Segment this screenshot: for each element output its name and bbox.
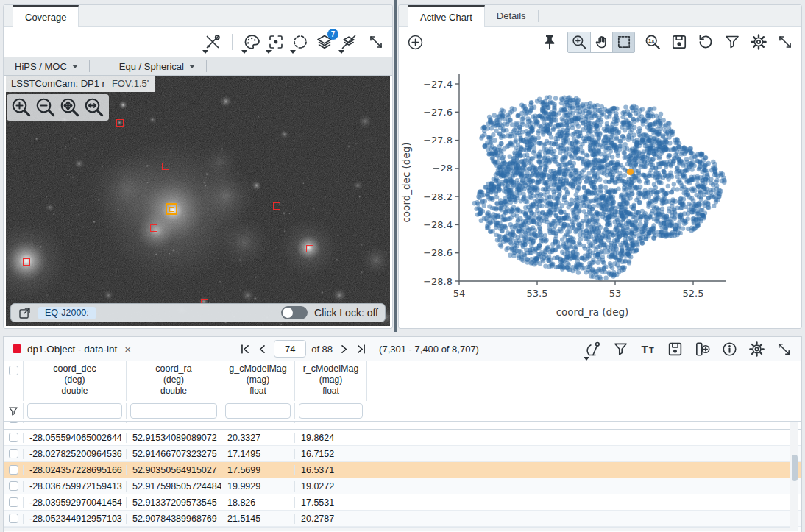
- svg-text:54: 54: [453, 288, 466, 299]
- expand-chart-icon[interactable]: [776, 33, 794, 51]
- filter-table-icon[interactable]: [612, 341, 629, 358]
- panel-resize-divider[interactable]: [394, 0, 397, 332]
- select-mode-icon[interactable]: [612, 32, 634, 52]
- table-row[interactable]: -28.03959297004145452.9133720957354518.8…: [4, 494, 801, 511]
- table-tab-bar: dp1.Object - data-int × of 88 (7,301 - 7…: [4, 337, 801, 361]
- source-marker[interactable]: [116, 119, 124, 127]
- region-select-icon[interactable]: [291, 33, 309, 51]
- table-cell: 16.7152: [294, 449, 366, 459]
- table-tab[interactable]: dp1.Object - data-int ×: [13, 343, 132, 355]
- table-row[interactable]: -28.05559406500264452.9153408908907220.3…: [4, 430, 801, 446]
- add-chart-icon[interactable]: [406, 33, 425, 52]
- first-page-icon[interactable]: [238, 343, 251, 355]
- table-settings-icon[interactable]: [748, 341, 765, 358]
- expand-table-icon[interactable]: [776, 341, 792, 358]
- row-checkbox[interactable]: [9, 497, 18, 507]
- pan-mode-icon[interactable]: [590, 32, 612, 52]
- zoom-out-icon[interactable]: [35, 96, 57, 118]
- row-checkbox[interactable]: [9, 481, 18, 491]
- add-column-icon[interactable]: [694, 341, 711, 358]
- table-header: coord_dec(deg)double coord_ra(deg)double…: [4, 361, 801, 401]
- restore-chart-icon[interactable]: [697, 33, 714, 51]
- zoom-in-icon[interactable]: [10, 96, 32, 118]
- filter-icon: [7, 405, 19, 417]
- zoom-mode-icon[interactable]: [568, 32, 590, 52]
- recenter-icon[interactable]: [267, 33, 285, 51]
- table-row[interactable]: -28.03675997215941352.91759850572448419.…: [4, 478, 801, 494]
- source-marker[interactable]: [306, 245, 313, 252]
- chart-panel: Active Chart Details −27.4−27.6−27.8−28−…: [398, 4, 802, 329]
- tools-icon[interactable]: [204, 33, 221, 51]
- row-checkbox[interactable]: [9, 422, 18, 423]
- column-header-r_cModelMag[interactable]: r_cModelMag(mag)float: [294, 361, 366, 401]
- table-cell: -28.036759972159413: [23, 481, 126, 492]
- tab-active-chart[interactable]: Active Chart: [408, 5, 485, 27]
- filter-input-coord_dec[interactable]: [27, 403, 122, 419]
- svg-text:53.5: 53.5: [527, 288, 548, 299]
- source-marker[interactable]: [23, 258, 30, 266]
- table-row[interactable]: -28.05234491295710352.9078438996876921.5…: [4, 511, 801, 527]
- coverage-toolbar: 7: [4, 27, 392, 57]
- svg-text:52.5: 52.5: [683, 288, 704, 299]
- click-lock-toggle[interactable]: [281, 306, 308, 319]
- tab-details[interactable]: Details: [485, 5, 538, 26]
- table-cell: 52.91337209573545: [126, 497, 221, 508]
- hips-moc-dropdown[interactable]: HiPS / MOC: [4, 61, 89, 72]
- svg-text:−27.4: −27.4: [423, 79, 453, 90]
- prev-page-icon[interactable]: [256, 343, 269, 355]
- scrollbar-thumb[interactable]: [792, 455, 798, 481]
- selected-source-marker[interactable]: [166, 203, 177, 215]
- table-row[interactable]: -28.05048289113203552.94205331981639920.…: [4, 422, 801, 430]
- source-marker[interactable]: [150, 224, 157, 232]
- coord-system-dropdown[interactable]: Equ / Spherical: [90, 61, 206, 72]
- filter-input-coord_ra[interactable]: [130, 403, 217, 419]
- table-options-icon[interactable]: [585, 341, 602, 358]
- svg-text:53: 53: [609, 288, 622, 299]
- layers-hide-icon[interactable]: [340, 33, 358, 51]
- coverage-tabbar: Coverage: [4, 5, 392, 27]
- text-view-icon[interactable]: [639, 341, 656, 358]
- save-chart-icon[interactable]: [670, 33, 688, 51]
- row-checkbox[interactable]: [9, 514, 18, 523]
- chevron-down-icon: [189, 65, 195, 68]
- table-cell: 16.5371: [294, 465, 366, 475]
- table-cell: 52.91534089089072: [126, 433, 221, 443]
- column-header-coord_ra[interactable]: coord_ra(deg)double: [126, 361, 221, 401]
- tab-coverage[interactable]: Coverage: [13, 5, 79, 27]
- scatter-chart[interactable]: −27.4−27.6−27.8−28−28.2−28.4−28.6−28.854…: [399, 57, 801, 328]
- column-header-g_cModelMag[interactable]: g_cModelMag(mag)float: [221, 361, 294, 401]
- sky-image-viewer[interactable]: LSSTComCam: DP1 r FOV:1.5' EQ-J2000: Cli…: [6, 76, 390, 326]
- pin-chart-icon[interactable]: [541, 33, 558, 51]
- pagination: of 88 (7,301 - 7,400 of 8,707): [238, 340, 479, 358]
- source-marker[interactable]: [162, 163, 169, 170]
- zoom-fit-icon[interactable]: [59, 96, 81, 118]
- source-marker[interactable]: [273, 202, 280, 210]
- filter-input-r_cModelMag[interactable]: [299, 403, 363, 419]
- row-checkbox[interactable]: [9, 465, 18, 475]
- select-all-checkbox[interactable]: [9, 366, 18, 375]
- row-checkbox[interactable]: [9, 433, 18, 442]
- layers-icon[interactable]: 7: [316, 33, 333, 51]
- page-of-label: of 88: [311, 344, 333, 355]
- table-vertical-scrollbar[interactable]: [790, 422, 798, 531]
- filter-chart-icon[interactable]: [723, 33, 741, 51]
- table-cell: -28.055594065002644: [23, 433, 126, 443]
- zoom-original-icon[interactable]: [644, 33, 662, 51]
- table-cell: 20.2787: [294, 514, 366, 524]
- expand-coverage-icon[interactable]: [367, 33, 385, 51]
- chart-settings-icon[interactable]: [750, 33, 767, 51]
- selected-table-row[interactable]: -28.02435722869516652.9035056491502717.5…: [4, 462, 801, 478]
- zoom-fill-icon[interactable]: [83, 96, 105, 118]
- row-checkbox[interactable]: [9, 449, 18, 458]
- column-header-coord_dec[interactable]: coord_dec(deg)double: [23, 361, 126, 401]
- next-page-icon[interactable]: [338, 343, 350, 355]
- external-link-icon[interactable]: [18, 306, 32, 320]
- table-row[interactable]: -28.02782520096453652.9146670732327517.1…: [4, 446, 801, 462]
- close-icon[interactable]: ×: [123, 343, 132, 355]
- save-table-icon[interactable]: [667, 341, 684, 358]
- color-palette-icon[interactable]: [243, 33, 260, 51]
- filter-input-g_cModelMag[interactable]: [225, 403, 291, 419]
- last-page-icon[interactable]: [355, 343, 368, 355]
- table-info-icon[interactable]: [721, 341, 738, 358]
- page-number-input[interactable]: [274, 340, 306, 358]
